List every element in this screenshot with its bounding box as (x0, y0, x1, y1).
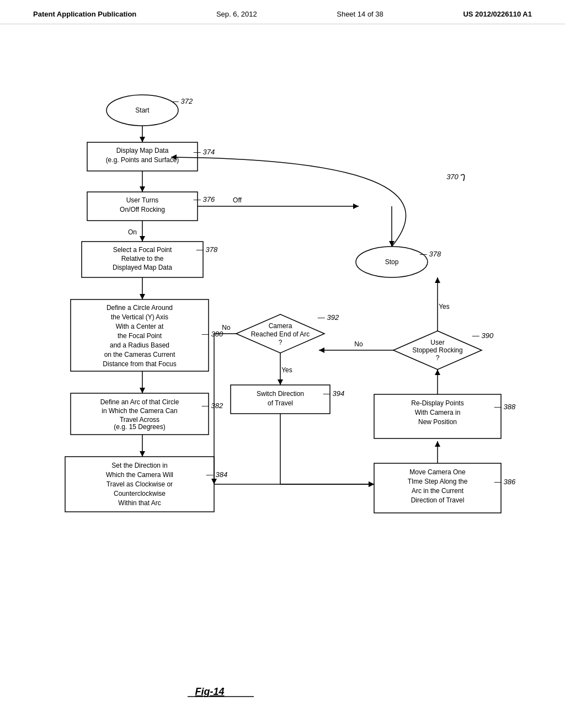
yes-camera-label: Yes (281, 366, 292, 374)
redisplay-line1: Re-Display Points (411, 399, 463, 407)
circ-line1: Define a Circle Around (106, 304, 173, 312)
yes-stopped-label: Yes (439, 303, 450, 311)
ref-390: — 390 (472, 331, 494, 340)
arc-line4: (e.g. 15 Degrees) (114, 423, 165, 431)
svg-marker-23 (435, 277, 440, 283)
dir-line3: Travel as Clockwise or (106, 480, 173, 488)
user-turns-line2: On/Off Rocking (120, 206, 165, 213)
dir-line2: Which the Camera Will (106, 471, 173, 479)
ref-382: — 382 (201, 402, 223, 410)
arc-line1: Define an Arc of that Circle (100, 398, 179, 406)
svg-marker-11 (140, 294, 145, 299)
camera-reached-line1: Camera (269, 322, 292, 330)
off-label: Off (233, 196, 242, 204)
circ-line3: With a Center at (116, 323, 164, 330)
ref-392: — 392 (317, 313, 339, 322)
figure-label: Fig-14 (195, 686, 224, 697)
svg-marker-15 (140, 451, 145, 457)
ref-394: — 394 (323, 389, 344, 398)
page: Patent Application Publication Sep. 6, 2… (0, 0, 565, 728)
svg-marker-1 (140, 137, 145, 142)
svg-marker-19 (435, 441, 440, 447)
redisplay-line2: With Camera in (415, 409, 461, 416)
focal-line2: Relative to the (121, 255, 164, 263)
svg-marker-3 (140, 186, 145, 192)
header-left: Patent Application Publication (33, 10, 136, 18)
switch-line2: of Travel (268, 399, 293, 407)
svg-marker-9 (140, 236, 145, 242)
svg-marker-30 (278, 379, 283, 385)
move-line3: Arc in the Current (412, 487, 464, 495)
header-patent: US 2012/0226110 A1 (463, 10, 532, 18)
focal-line3: Displayed Map Data (113, 264, 172, 271)
ref-372: — 372 (171, 97, 193, 105)
ref-388: — 388 (494, 403, 516, 411)
move-line1: Move Camera One (409, 468, 466, 476)
svg-marker-5 (353, 204, 359, 209)
switch-line1: Switch Direction (257, 390, 304, 398)
dir-line4: Counterclockwise (114, 490, 166, 497)
move-line4: Direction of Travel (411, 496, 465, 504)
circ-line5: and a Radius Based (110, 341, 169, 349)
display-map-line2: (e.g. Points and Surface) (106, 156, 179, 164)
camera-reached-line2: Reached End of Arc (251, 330, 310, 338)
ref-370: 370 (446, 173, 459, 181)
ref-378-stop: — 378 (419, 250, 441, 258)
svg-marker-33 (369, 481, 374, 487)
circ-line4: the Focal Point (118, 332, 162, 340)
dir-line5: Within that Arc (118, 499, 161, 507)
camera-reached-line3: ? (279, 339, 282, 346)
user-stopped-line2: Stopped Rocking (412, 346, 462, 354)
user-stopped-line1: User (430, 339, 444, 346)
ref-384: — 384 (206, 470, 227, 479)
user-turns-line1: User Turns (126, 196, 159, 204)
diagram-area: Start — 372 Display Map Data (e.g. Point… (0, 39, 565, 728)
user-stopped-line3: ? (436, 354, 440, 362)
no-stopped-label: No (354, 340, 363, 348)
circ-line6: on the Cameras Current (104, 351, 175, 358)
svg-marker-25 (319, 347, 324, 353)
circ-line2: the Vertical (Y) Axis (111, 313, 168, 321)
svg-marker-21 (435, 370, 440, 375)
focal-line1: Select a Focal Point (113, 246, 172, 254)
header-date: Sep. 6, 2012 (216, 10, 257, 18)
circ-line7: Distance from that Focus (103, 360, 176, 368)
header-sheet: Sheet 14 of 38 (337, 10, 383, 18)
page-header: Patent Application Publication Sep. 6, 2… (0, 0, 565, 24)
display-map-line1: Display Map Data (116, 147, 169, 154)
move-line2: TIme Step Along the (408, 478, 468, 485)
dir-line1: Set the Direction in (111, 462, 167, 469)
stop-label: Stop (385, 258, 399, 266)
ref-374: — 374 (193, 148, 215, 156)
svg-marker-13 (140, 388, 145, 393)
arc-line2: in Which the Camera Can (102, 407, 177, 415)
on-label: On (128, 228, 137, 236)
no-camera-label: No (222, 324, 231, 331)
start-label: Start (135, 106, 150, 114)
arc-line3: Travel Across (120, 416, 159, 424)
ref-376: — 376 (193, 195, 215, 204)
redisplay-line3: New Position (418, 418, 457, 426)
ref-386: — 386 (494, 478, 516, 486)
ref-378-focal: — 378 (196, 245, 218, 254)
